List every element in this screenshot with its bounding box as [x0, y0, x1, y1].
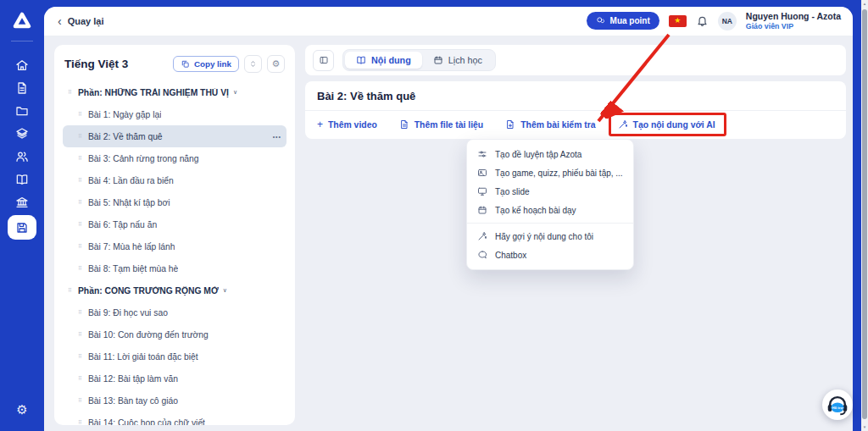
- drag-handle-icon[interactable]: ⠿: [78, 155, 88, 162]
- menu-item-suggest-content[interactable]: Hãy gợi ý nội dung cho tôi: [467, 227, 633, 246]
- lesson-label: Bài 14: Cuộc họp của chữ viết: [88, 418, 205, 426]
- user-name: Nguyen Huong - Azota: [746, 11, 841, 22]
- user-role-badge: Giáo viên VIP: [746, 22, 841, 31]
- collapse-panel-icon: [319, 55, 329, 65]
- lesson-item[interactable]: ⠿Bài 8: Tạm biệt mùa hè: [63, 257, 287, 279]
- lesson-item[interactable]: ⠿Bài 1: Ngày gặp lại: [63, 103, 287, 125]
- scrollbar-thumb[interactable]: [862, 9, 867, 419]
- gear-icon: ⚙: [272, 59, 281, 69]
- lesson-item[interactable]: ⠿Bài 11: Lời giải toán đặc biệt: [63, 345, 287, 367]
- scrollbar-up-icon[interactable]: ▲: [861, 2, 868, 6]
- page-scrollbar[interactable]: ▲ ▼: [861, 0, 868, 431]
- drag-handle-icon[interactable]: ⠿: [78, 331, 88, 338]
- sidebar-item-home[interactable]: [8, 53, 36, 76]
- menu-item-create-practice[interactable]: Tạo đề luyện tập Azota: [467, 145, 633, 163]
- drag-handle-icon[interactable]: ⠿: [78, 133, 88, 140]
- copy-link-button[interactable]: Copy link: [173, 56, 239, 72]
- lesson-label: Bài 1: Ngày gặp lại: [88, 110, 161, 119]
- drag-handle-icon[interactable]: ⠿: [78, 375, 88, 382]
- section-header[interactable]: ⠿ Phần: CỔNG TRƯỜNG RỘNG MỞ ∨: [63, 279, 287, 301]
- menu-item-chatbox[interactable]: Chatbox: [467, 246, 633, 264]
- course-title: Tiếng Việt 3: [64, 58, 128, 70]
- menu-item-label: Hãy gợi ý nội dung cho tôi: [495, 232, 593, 241]
- menu-item-create-lesson-plan[interactable]: Tạo kế hoạch bài dạy: [467, 201, 633, 219]
- sidebar-item-exams[interactable]: [8, 76, 36, 99]
- sidebar-item-courses-active[interactable]: [8, 215, 36, 240]
- vietnam-flag-icon[interactable]: ★: [669, 15, 687, 27]
- menu-item-create-slide[interactable]: Tạo slide: [467, 182, 633, 201]
- drag-handle-icon[interactable]: ⠿: [78, 309, 88, 316]
- lesson-item[interactable]: ⠿Bài 4: Lần đầu ra biển: [63, 169, 287, 191]
- tab-bar: Nội dung Lịch học: [342, 49, 496, 71]
- user-menu[interactable]: Nguyen Huong - Azota Giáo viên VIP: [746, 11, 841, 31]
- section-header[interactable]: ⠿ Phần: NHỮNG TRẢI NGHIỆM THÚ VỊ ∨: [63, 81, 287, 103]
- more-options-icon[interactable]: •••: [273, 134, 281, 140]
- lesson-item[interactable]: ⠿Bài 14: Cuộc họp của chữ viết: [63, 412, 287, 425]
- top-bar: ‹ Quay lại Mua point ★ NA Nguyen Huong -…: [44, 7, 853, 36]
- lesson-item[interactable]: ⠿Bài 5: Nhật kí tập bơi: [63, 191, 287, 213]
- lesson-item-selected[interactable]: ⠿ Bài 2: Về thăm quê •••: [63, 125, 287, 147]
- add-video-button[interactable]: + Thêm video: [317, 119, 377, 130]
- add-file-label: Thêm file tài liệu: [415, 120, 483, 130]
- avatar-initials: NA: [722, 17, 732, 25]
- monitor-icon: [477, 186, 487, 196]
- drag-handle-icon[interactable]: ⠿: [78, 353, 88, 360]
- drag-handle-icon[interactable]: ⠿: [78, 419, 88, 425]
- drag-handle-icon[interactable]: ⠿: [78, 111, 88, 118]
- drag-handle-icon[interactable]: ⠿: [78, 199, 88, 206]
- scrollbar-down-icon[interactable]: ▼: [861, 425, 868, 429]
- practice-sliders-icon: [477, 149, 487, 159]
- drag-handle-icon[interactable]: ⠿: [78, 265, 88, 272]
- collapse-panel-button[interactable]: [313, 50, 334, 71]
- notifications-bell-icon[interactable]: [696, 14, 709, 27]
- menu-item-create-game[interactable]: Tạo game, quizz, phiếu bài tập, ...: [467, 163, 633, 182]
- course-panel: Tiếng Việt 3 Copy link ⚙ ⠿ Phần: NHỮNG T…: [54, 45, 295, 425]
- drag-handle-icon[interactable]: ⠿: [78, 243, 88, 250]
- azota-logo-icon[interactable]: [9, 8, 35, 34]
- tab-content[interactable]: Nội dung: [345, 52, 422, 69]
- sidebar-item-collections[interactable]: [8, 122, 36, 145]
- course-settings-button[interactable]: ⚙: [267, 55, 285, 73]
- menu-item-label: Tạo game, quizz, phiếu bài tập, ...: [495, 169, 623, 178]
- back-button[interactable]: ‹ Quay lại: [58, 15, 103, 27]
- drag-handle-icon[interactable]: ⠿: [78, 177, 88, 184]
- lesson-item[interactable]: ⠿Bài 7: Mùa hè lấp lánh: [63, 235, 287, 257]
- sidebar-item-folders[interactable]: [8, 99, 36, 122]
- main-window: ‹ Quay lại Mua point ★ NA Nguyen Huong -…: [44, 7, 853, 431]
- buy-points-button[interactable]: Mua point: [587, 12, 659, 30]
- lesson-item[interactable]: ⠿Bài 12: Bài tập làm văn: [63, 367, 287, 390]
- lesson-item[interactable]: ⠿Bài 3: Cảnh rừng trong nắng: [63, 147, 287, 169]
- expand-collapse-all-button[interactable]: [244, 55, 262, 73]
- lesson-item[interactable]: ⠿Bài 9: Đi học vui sao: [63, 301, 287, 323]
- back-label: Quay lại: [68, 16, 104, 26]
- sidebar-item-classes[interactable]: [8, 145, 36, 168]
- tab-schedule[interactable]: Lịch học: [422, 52, 493, 69]
- sidebar-item-library[interactable]: [8, 168, 36, 191]
- lesson-label: Bài 8: Tạm biệt mùa hè: [88, 264, 178, 274]
- file-icon: [399, 119, 409, 130]
- ai-dropdown-menu: Tạo đề luyện tập Azota Tạo game, quizz, …: [466, 139, 634, 270]
- drag-handle-icon[interactable]: ⠿: [68, 287, 78, 294]
- add-file-button[interactable]: Thêm file tài liệu: [399, 119, 483, 130]
- drag-handle-icon[interactable]: ⠿: [78, 221, 88, 228]
- chevron-down-icon: ∨: [233, 89, 237, 96]
- rail-divider: [11, 41, 33, 41]
- sidebar-settings-gear-icon[interactable]: ⚙: [8, 398, 36, 421]
- drag-handle-icon[interactable]: ⠿: [78, 397, 88, 404]
- calendar-icon: [433, 55, 443, 65]
- lesson-item[interactable]: ⠿Bài 10: Con đường đến trường: [63, 323, 287, 345]
- add-test-button[interactable]: Thêm bài kiểm tra: [505, 119, 595, 130]
- lesson-label: Bài 4: Lần đầu ra biển: [88, 176, 174, 185]
- tab-content-label: Nội dung: [371, 55, 411, 65]
- user-avatar[interactable]: NA: [718, 12, 737, 30]
- support-button[interactable]: Hỗ trợ: [822, 390, 853, 420]
- plus-icon: +: [317, 119, 323, 130]
- sidebar-item-school[interactable]: [8, 191, 36, 213]
- lesson-item[interactable]: ⠿Bài 13: Bàn tay cô giáo: [63, 390, 287, 412]
- copy-icon: [181, 59, 190, 69]
- drag-handle-icon[interactable]: ⠿: [68, 89, 78, 96]
- book-open-icon: [356, 55, 366, 65]
- lesson-item[interactable]: ⠿Bài 6: Tập nấu ăn: [63, 213, 287, 235]
- create-ai-content-button[interactable]: Tạo nội dung với AI: [618, 119, 715, 130]
- lesson-label: Bài 9: Đi học vui sao: [88, 308, 168, 318]
